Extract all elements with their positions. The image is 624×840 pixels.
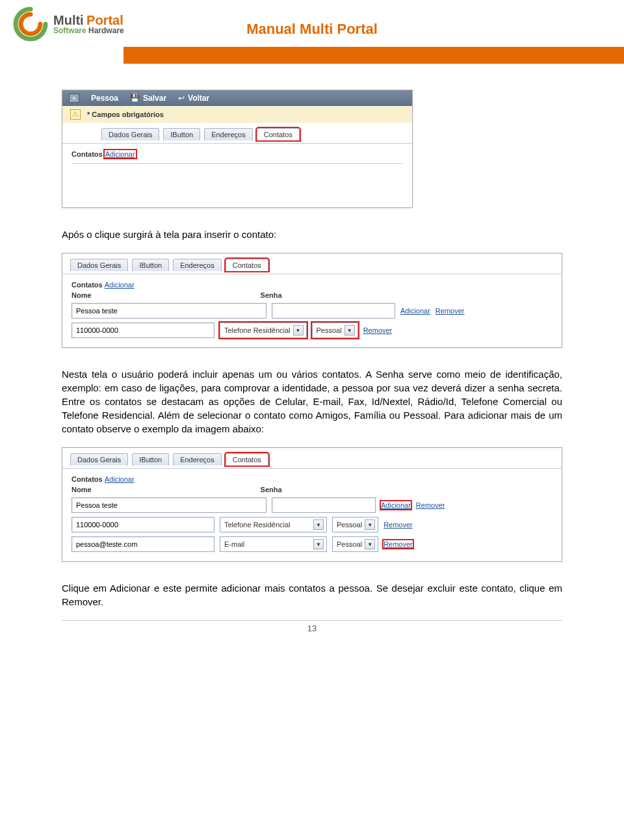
row1-tipo-value: Telefone Residêncial bbox=[224, 521, 291, 529]
screenshot-3: Dados Gerais IButton Endereços Contatos … bbox=[62, 447, 562, 562]
screenshot-2: Dados Gerais IButton Endereços Contatos … bbox=[62, 253, 562, 348]
tab-enderecos[interactable]: Endereços bbox=[173, 259, 222, 271]
tab-ibutton[interactable]: IButton bbox=[132, 259, 169, 271]
row2-tipo-select[interactable]: E-mail ▼ bbox=[220, 536, 327, 552]
tab-ibutton[interactable]: IButton bbox=[132, 453, 169, 466]
warning-text: * Campos obrigatórios bbox=[87, 111, 164, 118]
contatos-label: Contatos bbox=[72, 281, 103, 289]
adicionar-link[interactable]: Adicionar bbox=[105, 150, 136, 158]
adicionar-contact-link[interactable]: Adicionar bbox=[381, 501, 411, 509]
chevron-down-icon: ▼ bbox=[344, 325, 355, 335]
column-senha: Senha bbox=[261, 486, 282, 493]
tabs-bar-3: Dados Gerais IButton Endereços Contatos bbox=[62, 448, 562, 469]
chevron-down-icon: ▼ bbox=[365, 519, 375, 530]
row2-remover-link[interactable]: Remover bbox=[384, 540, 413, 548]
telefone-input[interactable] bbox=[72, 322, 214, 338]
toolbar-voltar[interactable]: ↩Voltar bbox=[178, 94, 209, 103]
logo-swirl-icon bbox=[13, 7, 48, 42]
remover-contact-link[interactable]: Remover bbox=[416, 501, 445, 509]
logo: Multi Portal Software Hardware bbox=[13, 7, 124, 42]
page-number: 13 bbox=[62, 620, 562, 633]
row1-value-input[interactable] bbox=[72, 517, 214, 532]
senha-input[interactable] bbox=[272, 303, 395, 319]
nome-input[interactable] bbox=[72, 497, 266, 513]
save-icon: 💾 bbox=[130, 94, 140, 103]
tabs-bar: Dados Gerais IButton Endereços Contatos bbox=[62, 123, 412, 144]
column-senha: Senha bbox=[261, 291, 282, 299]
senha-input[interactable] bbox=[272, 497, 376, 513]
logo-sub-hardware: Hardware bbox=[88, 26, 124, 35]
toolbar-salvar[interactable]: 💾Salvar bbox=[130, 94, 166, 103]
tipo-select-value: Telefone Residêncial bbox=[224, 326, 291, 334]
tab-contatos[interactable]: Contatos bbox=[226, 259, 268, 271]
page-title: Manual Multi Portal bbox=[246, 21, 378, 38]
chevron-down-icon: ▼ bbox=[313, 519, 324, 530]
paragraph-3: Clique em Adicionar e este permite adici… bbox=[62, 581, 562, 609]
row2-cat-value: Pessoal bbox=[337, 540, 362, 548]
column-nome: Nome bbox=[72, 486, 92, 493]
chevron-down-icon: ▼ bbox=[313, 539, 324, 549]
logo-sub-software: Software bbox=[53, 26, 86, 35]
contatos-label: Contatos bbox=[72, 150, 103, 158]
tab-contatos[interactable]: Contatos bbox=[257, 128, 300, 140]
paragraph-2: Nesta tela o usuário poderá incluir apen… bbox=[62, 367, 562, 436]
row1-cat-value: Pessoal bbox=[337, 521, 362, 529]
tab-enderecos[interactable]: Endereços bbox=[204, 128, 253, 140]
tab-enderecos[interactable]: Endereços bbox=[173, 453, 222, 466]
tab-dados-gerais[interactable]: Dados Gerais bbox=[70, 259, 128, 271]
chevron-down-icon: ▼ bbox=[293, 325, 304, 335]
logo-brand-a: Multi bbox=[53, 13, 84, 27]
tipo-select[interactable]: Telefone Residêncial ▼ bbox=[220, 322, 307, 338]
logo-brand-b: Portal bbox=[86, 13, 124, 27]
paragraph-1: Após o clique surgirá à tela para inseri… bbox=[62, 228, 562, 241]
tab-contatos[interactable]: Contatos bbox=[226, 453, 268, 466]
chevron-down-icon: ▼ bbox=[365, 539, 375, 549]
contatos-label: Contatos bbox=[72, 475, 103, 483]
page-header: Multi Portal Software Hardware Manual Mu… bbox=[0, 0, 624, 42]
toolbar: « Pessoa 💾Salvar ↩Voltar bbox=[62, 90, 412, 106]
tabs-bar-2: Dados Gerais IButton Endereços Contatos bbox=[62, 254, 562, 274]
row1-cat-select[interactable]: Pessoal ▼ bbox=[332, 517, 378, 532]
screenshot-1: « Pessoa 💾Salvar ↩Voltar * Campos obriga… bbox=[62, 90, 413, 208]
toolbar-pessoa[interactable]: Pessoa bbox=[91, 94, 118, 103]
row1-tipo-select[interactable]: Telefone Residêncial ▼ bbox=[220, 517, 327, 532]
categoria-select-value: Pessoal bbox=[317, 326, 342, 334]
column-nome: Nome bbox=[72, 291, 92, 299]
categoria-select[interactable]: Pessoal ▼ bbox=[312, 322, 358, 338]
row2-cat-select[interactable]: Pessoal ▼ bbox=[332, 536, 378, 552]
collapse-icon[interactable]: « bbox=[69, 94, 79, 103]
back-icon: ↩ bbox=[178, 94, 185, 103]
document-body: « Pessoa 💾Salvar ↩Voltar * Campos obriga… bbox=[0, 64, 624, 646]
row1-remover-link[interactable]: Remover bbox=[384, 521, 413, 529]
adicionar-contact-link[interactable]: Adicionar bbox=[400, 307, 430, 315]
remover-contact-link[interactable]: Remover bbox=[436, 307, 465, 315]
nome-input[interactable] bbox=[72, 303, 266, 319]
warning-icon bbox=[70, 109, 81, 120]
adicionar-link[interactable]: Adicionar bbox=[105, 475, 135, 483]
header-rule bbox=[124, 47, 624, 64]
warning-bar: * Campos obrigatórios bbox=[62, 106, 412, 123]
remover-row-link[interactable]: Remover bbox=[363, 326, 393, 334]
tab-dados-gerais[interactable]: Dados Gerais bbox=[70, 453, 128, 466]
adicionar-link[interactable]: Adicionar bbox=[105, 281, 135, 289]
tab-dados-gerais[interactable]: Dados Gerais bbox=[101, 128, 159, 140]
row2-tipo-value: E-mail bbox=[224, 540, 244, 548]
tab-ibutton[interactable]: IButton bbox=[163, 128, 200, 140]
row2-value-input[interactable] bbox=[72, 536, 214, 552]
